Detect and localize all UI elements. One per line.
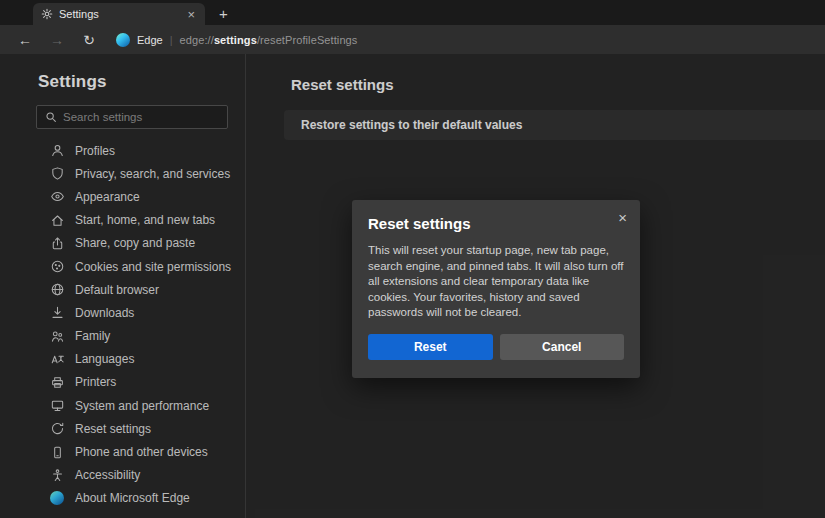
refresh-button[interactable]: ↻ <box>76 33 102 47</box>
sidebar-item-reset-settings[interactable]: Reset settings <box>0 417 245 440</box>
edge-logo-icon <box>50 491 65 506</box>
dialog-close-icon[interactable]: × <box>616 208 629 227</box>
page-title: Reset settings <box>291 76 825 93</box>
monitor-icon <box>50 398 65 413</box>
edge-badge-label: Edge <box>137 34 163 46</box>
person-icon <box>50 143 65 158</box>
sidebar-item-about-microsoft-edge[interactable]: About Microsoft Edge <box>0 487 245 510</box>
url-host: settings <box>214 34 257 46</box>
home-icon <box>50 213 65 228</box>
languages-icon <box>50 352 65 367</box>
forward-button[interactable]: → <box>44 33 70 47</box>
cancel-button[interactable]: Cancel <box>500 334 625 360</box>
sidebar-nav: Profiles Privacy, search, and services A… <box>0 139 245 510</box>
settings-heading: Settings <box>38 72 245 92</box>
reset-button[interactable]: Reset <box>368 334 493 360</box>
url-scheme: edge:// <box>180 34 214 46</box>
sidebar-item-accessibility[interactable]: Accessibility <box>0 464 245 487</box>
sidebar-item-start-home-and-new-tabs[interactable]: Start, home, and new tabs <box>0 209 245 232</box>
sidebar-item-default-browser[interactable]: Default browser <box>0 278 245 301</box>
globe-icon <box>50 282 65 297</box>
sidebar-item-phone-and-other-devices[interactable]: Phone and other devices <box>0 440 245 463</box>
share-icon <box>50 236 65 251</box>
sidebar-item-system-and-performance[interactable]: System and performance <box>0 394 245 417</box>
printer-icon <box>50 375 65 390</box>
search-box[interactable] <box>36 105 228 129</box>
gear-icon <box>41 8 53 20</box>
tab-title: Settings <box>59 8 179 20</box>
search-icon <box>45 111 57 123</box>
dialog-buttons: Reset Cancel <box>368 334 624 360</box>
sidebar-item-languages[interactable]: Languages <box>0 348 245 371</box>
settings-sidebar: Settings Profiles Privacy, search, and s… <box>0 54 246 518</box>
sidebar-item-share-copy-and-paste[interactable]: Share, copy and paste <box>0 232 245 255</box>
restore-settings-label: Restore settings to their default values <box>301 118 522 132</box>
tab-close-icon[interactable]: × <box>185 8 197 21</box>
restore-settings-row[interactable]: Restore settings to their default values <box>284 110 825 140</box>
titlebar: Settings × + <box>0 0 825 25</box>
family-icon <box>50 329 65 344</box>
reset-settings-dialog: Reset settings × This will reset your st… <box>352 200 640 378</box>
address-divider: | <box>170 34 173 46</box>
tab-settings[interactable]: Settings × <box>33 3 205 25</box>
back-button[interactable]: ← <box>12 33 38 47</box>
navigation-bar: ← → ↻ Edge | edge://settings/resetProfil… <box>0 25 825 54</box>
sidebar-item-privacy-search-and-services[interactable]: Privacy, search, and services <box>0 162 245 185</box>
accessibility-icon <box>50 468 65 483</box>
phone-icon <box>50 445 65 460</box>
dialog-body-text: This will reset your startup page, new t… <box>368 243 624 321</box>
url-path: /resetProfileSettings <box>257 34 358 46</box>
sidebar-item-printers[interactable]: Printers <box>0 371 245 394</box>
cookies-icon <box>50 259 65 274</box>
appearance-eye-icon <box>50 189 65 204</box>
dialog-title: Reset settings <box>368 215 624 232</box>
new-tab-button[interactable]: + <box>215 5 232 22</box>
reset-arrow-icon <box>50 421 65 436</box>
sidebar-item-appearance[interactable]: Appearance <box>0 185 245 208</box>
search-input[interactable] <box>63 111 219 123</box>
sidebar-item-profiles[interactable]: Profiles <box>0 139 245 162</box>
sidebar-item-cookies-and-site-permissions[interactable]: Cookies and site permissions <box>0 255 245 278</box>
sidebar-item-family[interactable]: Family <box>0 325 245 348</box>
address-bar[interactable]: Edge | edge://settings/resetProfileSetti… <box>116 33 357 47</box>
privacy-shield-icon <box>50 166 65 181</box>
edge-logo-icon <box>116 33 130 47</box>
url-text: edge://settings/resetProfileSettings <box>180 34 358 46</box>
sidebar-item-downloads[interactable]: Downloads <box>0 301 245 324</box>
download-icon <box>50 305 65 320</box>
